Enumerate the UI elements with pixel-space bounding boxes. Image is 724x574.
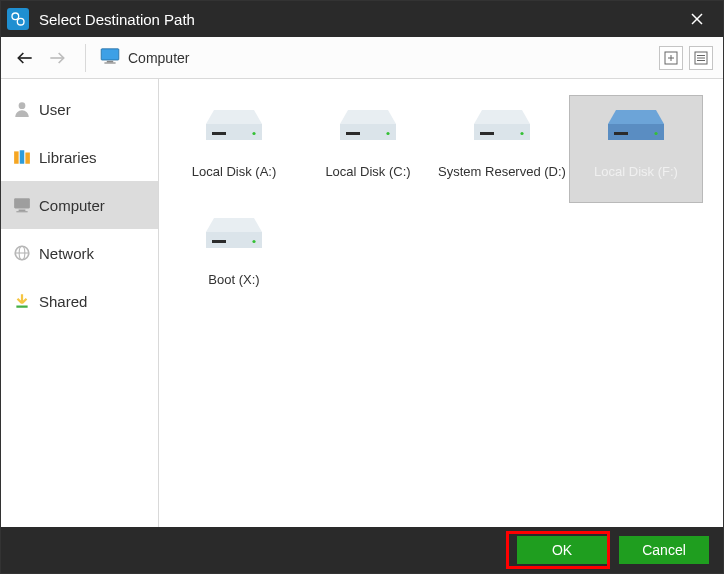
drive-item[interactable]: Local Disk (C:): [301, 95, 435, 203]
user-icon: [13, 100, 31, 118]
disk-icon: [474, 106, 530, 148]
window-title: Select Destination Path: [39, 11, 677, 28]
drive-item[interactable]: Boot (X:): [167, 203, 301, 311]
sidebar-item-label: Network: [39, 245, 94, 262]
svg-rect-7: [107, 61, 113, 63]
app-icon: [7, 8, 29, 30]
svg-rect-18: [20, 150, 25, 164]
svg-rect-22: [16, 211, 27, 212]
drive-item[interactable]: System Reserved (D:): [435, 95, 569, 203]
svg-point-1: [17, 18, 24, 25]
computer-icon: [100, 48, 120, 67]
svg-rect-19: [25, 153, 30, 164]
sidebar-item-computer[interactable]: Computer: [1, 181, 158, 229]
plus-icon: [664, 51, 678, 65]
close-icon: [691, 13, 703, 25]
drive-label: Local Disk (A:): [192, 164, 277, 179]
sidebar: User Libraries Computer Network Shared: [1, 79, 159, 527]
svg-marker-43: [206, 218, 262, 232]
drive-list: Local Disk (A:) Local Disk (C:) System R…: [159, 79, 723, 527]
disk-icon: [340, 106, 396, 148]
sidebar-item-network[interactable]: Network: [1, 229, 158, 277]
sidebar-item-shared[interactable]: Shared: [1, 277, 158, 325]
ok-button[interactable]: OK: [517, 536, 607, 564]
breadcrumb-label: Computer: [128, 50, 189, 66]
svg-marker-35: [474, 110, 530, 124]
cancel-button[interactable]: Cancel: [619, 536, 709, 564]
svg-point-16: [19, 102, 26, 109]
computer-icon: [13, 196, 31, 214]
titlebar: Select Destination Path: [1, 1, 723, 37]
drive-label: Local Disk (C:): [325, 164, 410, 179]
libraries-icon: [13, 148, 31, 166]
svg-point-38: [520, 132, 523, 135]
view-list-button[interactable]: [689, 46, 713, 70]
drive-item[interactable]: Local Disk (A:): [167, 95, 301, 203]
dialog-window: Select Destination Path Computer: [0, 0, 724, 574]
shared-icon: [13, 292, 31, 310]
svg-rect-41: [614, 132, 628, 135]
separator: [85, 44, 86, 72]
svg-point-46: [252, 240, 255, 243]
close-button[interactable]: [677, 1, 717, 37]
footer: OK Cancel: [1, 527, 723, 573]
svg-rect-17: [14, 151, 19, 163]
svg-rect-33: [346, 132, 360, 135]
svg-rect-21: [19, 210, 26, 212]
body: User Libraries Computer Network Shared: [1, 79, 723, 527]
svg-point-34: [386, 132, 389, 135]
arrow-left-icon: [15, 48, 35, 68]
disk-icon: [206, 106, 262, 148]
list-icon: [694, 51, 708, 65]
back-button[interactable]: [11, 44, 39, 72]
disk-icon: [206, 214, 262, 256]
sidebar-item-user[interactable]: User: [1, 85, 158, 133]
svg-rect-26: [16, 306, 27, 308]
breadcrumb[interactable]: Computer: [100, 48, 655, 67]
svg-rect-8: [104, 62, 115, 63]
svg-rect-6: [101, 49, 119, 60]
svg-rect-20: [14, 198, 30, 208]
sidebar-item-label: User: [39, 101, 71, 118]
new-folder-button[interactable]: [659, 46, 683, 70]
drive-label: Boot (X:): [208, 272, 259, 287]
sidebar-item-libraries[interactable]: Libraries: [1, 133, 158, 181]
drive-label: Local Disk (F:): [594, 164, 678, 179]
drive-label: System Reserved (D:): [438, 164, 566, 179]
svg-point-42: [654, 132, 657, 135]
network-icon: [13, 244, 31, 262]
forward-button[interactable]: [43, 44, 71, 72]
arrow-right-icon: [47, 48, 67, 68]
svg-rect-37: [480, 132, 494, 135]
sidebar-item-label: Shared: [39, 293, 87, 310]
drive-item[interactable]: Local Disk (F:): [569, 95, 703, 203]
sidebar-item-label: Computer: [39, 197, 105, 214]
toolbar: Computer: [1, 37, 723, 79]
svg-marker-39: [608, 110, 664, 124]
svg-marker-31: [340, 110, 396, 124]
sidebar-item-label: Libraries: [39, 149, 97, 166]
svg-rect-29: [212, 132, 226, 135]
svg-marker-27: [206, 110, 262, 124]
svg-point-0: [12, 13, 19, 20]
svg-point-30: [252, 132, 255, 135]
disk-icon: [608, 106, 664, 148]
svg-rect-45: [212, 240, 226, 243]
